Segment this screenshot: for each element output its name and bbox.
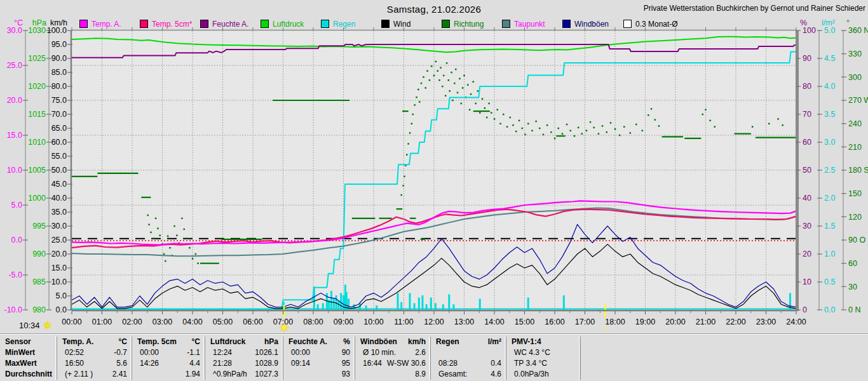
axis-tick-label: 995 xyxy=(32,222,46,231)
table-cell: % xyxy=(343,337,355,347)
axis-tick-label: 55.0 xyxy=(51,152,67,161)
legend-item-richtung[interactable]: Richtung xyxy=(442,19,484,29)
time-tick-label: 18:00 xyxy=(605,318,625,326)
sun-duration-value: 10:34 xyxy=(19,321,40,330)
table-row: 1.94 xyxy=(132,369,205,380)
legend-item-taupunkt[interactable]: Taupunkt xyxy=(502,19,545,29)
table-cell: km/h xyxy=(408,337,430,347)
table-cell: 1026.1 xyxy=(255,347,283,358)
time-tick-label: 19:00 xyxy=(635,318,655,326)
axis-windspeed: 100.095.090.085.080.075.070.065.060.055.… xyxy=(47,18,72,314)
axis-tick-label: 3.0 xyxy=(824,138,835,147)
legend-label: 0.3 Monat-Ø xyxy=(635,20,678,29)
table-cell: 00:00 xyxy=(283,347,310,358)
table-column-luftdruck: LuftdruckhPa12:241026.121:281028.9^0.9hP… xyxy=(205,337,283,380)
table-cell xyxy=(431,347,438,358)
axis-tick-label: 90 O xyxy=(848,236,865,244)
axis-tick-label: 210 xyxy=(848,143,862,152)
legend-item-0-3-monat[interactable]: 0.3 Monat-Ø xyxy=(623,19,678,29)
table-row: 93 xyxy=(283,369,355,380)
legend-item-luftdruck[interactable]: Luftdruck xyxy=(261,19,304,29)
axis-tick-label: 150 xyxy=(848,189,862,198)
legend-item-temp-5cm[interactable]: Temp. 5cm* xyxy=(140,19,192,29)
table-header-row: Windböenkm/h xyxy=(355,337,430,347)
legend-label: Feuchte A. xyxy=(212,20,248,29)
table-cell xyxy=(132,369,140,380)
table-row: 16:505.6 xyxy=(57,358,132,369)
axis-tick-label: -5.0 xyxy=(8,271,22,279)
table-cell: Ø 10 min. xyxy=(355,347,396,358)
table-row-header: MaxWert xyxy=(0,358,37,369)
table-cell: 21:28 xyxy=(205,358,232,369)
legend-item-windb-en[interactable]: Windböen xyxy=(562,19,609,29)
table-cell: 0.4 xyxy=(491,358,506,369)
axis-tick-label: 1.0 xyxy=(824,250,835,258)
table-cell: 00:00 xyxy=(132,347,159,358)
table-cell: Windböen xyxy=(355,337,397,347)
legend-item-feuchte-a[interactable]: Feuchte A. xyxy=(200,19,248,29)
axis-tick-label: 3.5 xyxy=(824,110,835,119)
legend-label: Temp. 5cm* xyxy=(152,20,192,29)
table-row xyxy=(431,347,506,358)
legend-item-wind[interactable]: Wind xyxy=(381,19,410,29)
table-row: Gesamt:4.6 xyxy=(431,369,506,380)
time-tick-label: 20:00 xyxy=(665,318,685,326)
axis-tick-label: 2.0 xyxy=(824,194,835,203)
time-tick-label: 22:00 xyxy=(726,318,745,326)
legend-label: Richtung xyxy=(454,20,484,29)
table-cell: 2.41 xyxy=(112,369,132,380)
table-header-row: Feuchte A.% xyxy=(283,337,355,347)
legend-label: Temp. A. xyxy=(92,20,121,29)
axis-tick-label: 1.5 xyxy=(824,222,835,231)
table-row-header: Sensor xyxy=(0,337,31,347)
table-row: 00:0090 xyxy=(283,347,355,358)
table-row: WC 4.3 °C xyxy=(506,347,580,358)
table-cell: 90 xyxy=(342,347,355,358)
time-tick-label: 01:00 xyxy=(92,318,112,326)
table-cell: hPa xyxy=(264,337,283,347)
legend-item-temp-a[interactable]: Temp. A. xyxy=(79,19,121,29)
time-tick-label: 02:00 xyxy=(122,318,142,326)
table-header-row: PMV-1:4 xyxy=(506,337,580,347)
legend-swatch-temp-5cm xyxy=(140,20,148,28)
table-row: 14:264.4 xyxy=(132,358,205,369)
table-cell: -1.1 xyxy=(187,347,205,358)
time-tick-label: 03:00 xyxy=(153,318,172,326)
table-cell: l/m² xyxy=(488,337,506,347)
axis-tick-label: 80 xyxy=(803,82,811,91)
table-row: ^0.9hPa/h1027.3 xyxy=(205,369,283,380)
table-cell: 8.9 xyxy=(415,369,430,380)
table-cell: 1.94 xyxy=(186,369,205,380)
axis-tick-label: 1010 xyxy=(28,138,46,147)
table-cell xyxy=(576,337,580,347)
table-cell xyxy=(501,347,506,358)
axis-tick-label: 0.0 xyxy=(11,236,22,244)
table-cell: 14:26 xyxy=(132,358,159,369)
table-cell: Regen xyxy=(431,337,459,347)
legend-swatch-luftdruck xyxy=(261,20,269,28)
legend-swatch-richtung xyxy=(442,20,450,28)
statistics-panel: SensorMinWertMaxWertDurchschnittTemp. A.… xyxy=(0,333,868,381)
table-cell xyxy=(283,369,291,380)
table-header-row: Temp. 5cm°C xyxy=(132,337,205,347)
axis-tick-label: 990 xyxy=(32,250,46,258)
axis-tick-label: 20 xyxy=(803,250,811,258)
table-column-regen: Regenl/m²08:280.4Gesamt:4.6 xyxy=(430,337,506,380)
legend-label: Windböen xyxy=(574,20,609,29)
chart-legend: Temp. A.Temp. 5cm*Feuchte A.LuftdruckReg… xyxy=(0,19,868,29)
table-row: 12:241026.1 xyxy=(205,347,283,358)
table-cell: 4.4 xyxy=(189,358,205,369)
axis-tick-label: 65.0 xyxy=(51,124,67,133)
time-tick-label: 14:00 xyxy=(484,318,504,326)
legend-item-regen[interactable]: Regen xyxy=(321,19,355,29)
table-cell: (+ 2.11 ) xyxy=(57,369,93,380)
axis-tick-label: 1015 xyxy=(28,110,46,119)
axis-tick-label: 40 xyxy=(803,194,811,203)
axis-tick-label: 45.0 xyxy=(51,180,67,189)
axis-tick-label: 330 xyxy=(848,50,862,58)
axis-tick-label: 1005 xyxy=(28,166,46,175)
axis-tick-label: 20.0 xyxy=(51,250,67,258)
table-cell: °C xyxy=(192,337,205,347)
station-attribution: Private Wetterstation Buchkirchen by Ger… xyxy=(644,4,865,13)
table-cell: Temp. A. xyxy=(57,337,93,347)
